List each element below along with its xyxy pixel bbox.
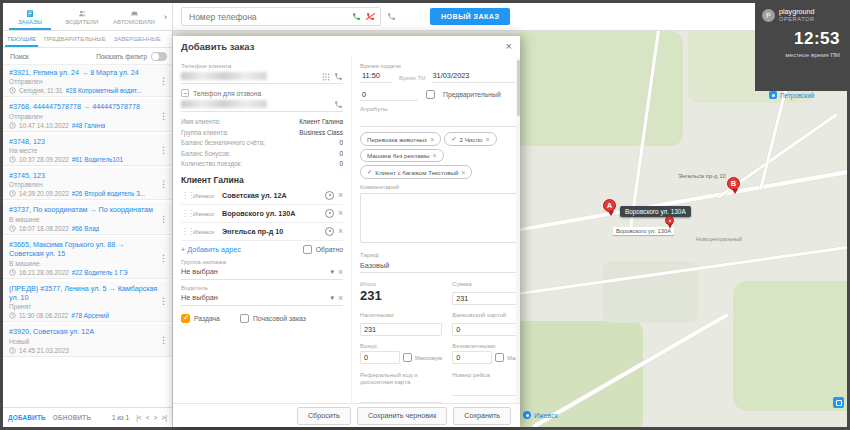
- first-page-icon[interactable]: |<: [136, 414, 142, 421]
- new-order-button[interactable]: НОВЫЙ ЗАКАЗ: [430, 8, 510, 25]
- remove-address-icon[interactable]: ×: [338, 209, 343, 218]
- order-driver-link[interactable]: #61 Водитель101: [72, 156, 123, 163]
- call-icon[interactable]: [352, 12, 361, 21]
- order-title[interactable]: (ПРЕДВ) #3577, Ленина ул. 5 → Камбарская…: [9, 284, 160, 303]
- order-title[interactable]: #3665, Максима Горького ул. 88 → Советск…: [9, 240, 160, 259]
- filter-toggle-switch[interactable]: [151, 52, 167, 61]
- call-client-icon[interactable]: [334, 72, 343, 81]
- save-button[interactable]: Сохранить: [453, 407, 511, 425]
- operator-avatar[interactable]: P: [762, 9, 775, 22]
- kebab-menu-icon[interactable]: ⋮: [157, 335, 170, 345]
- kebab-menu-icon[interactable]: ⋮: [157, 214, 170, 224]
- collapse-icon[interactable]: −: [181, 89, 189, 97]
- tab-orders[interactable]: ЗАКАЗЫ: [4, 3, 56, 30]
- drag-handle-icon[interactable]: ⋮⋮: [181, 227, 189, 236]
- tariff-select[interactable]: Базовый ▾ ×: [360, 258, 520, 273]
- phone-number-input[interactable]: [187, 11, 347, 23]
- kebab-menu-icon[interactable]: ⋮: [157, 76, 170, 86]
- referral-input[interactable]: [360, 392, 442, 403]
- clear-icon[interactable]: ×: [338, 294, 343, 303]
- card-input[interactable]: [452, 323, 520, 336]
- order-driver-link[interactable]: #28 Копрометный водит...: [66, 87, 142, 94]
- address-row[interactable]: ⋮⋮ Ижевск Энгельса пр-д 10 ×: [181, 223, 343, 241]
- callback-phone-field[interactable]: [181, 97, 343, 112]
- preliminary-checkbox[interactable]: [426, 90, 435, 99]
- pick-on-map-icon[interactable]: [325, 227, 334, 236]
- address-street[interactable]: Советская ул. 12А: [222, 191, 321, 200]
- next-page-icon[interactable]: >: [154, 414, 158, 421]
- filter-toggle-label[interactable]: Показать фильтр: [96, 53, 147, 60]
- kebab-menu-icon[interactable]: ⋮: [157, 253, 170, 263]
- map-marker-a[interactable]: A: [603, 199, 616, 212]
- order-driver-link[interactable]: #66 Влад: [72, 225, 100, 232]
- subtab-preliminary[interactable]: ПРЕДВАРИТЕЛЬНЫЕ: [40, 31, 110, 47]
- distribution-checkbox[interactable]: [181, 314, 190, 323]
- map-marker-b[interactable]: B: [727, 177, 740, 190]
- tab-cars[interactable]: АВТОМОБИЛИ: [108, 3, 160, 30]
- chevron-down-icon[interactable]: ▾: [331, 294, 335, 302]
- phone-settings-icon[interactable]: [387, 12, 396, 21]
- order-driver-link[interactable]: #26 Второй водитель 3...: [72, 190, 145, 197]
- map-poi-city[interactable]: Ижевск: [523, 411, 558, 419]
- call-callback-icon[interactable]: [334, 100, 343, 109]
- crew-group-select[interactable]: Не выбран ▾ ×: [181, 265, 343, 280]
- save-draft-button[interactable]: Сохранить черновик: [357, 407, 447, 425]
- order-card[interactable]: #3665, Максима Горького ул. 88 → Советск…: [3, 237, 172, 281]
- subtab-completed[interactable]: ЗАВЕРШЕННЫЕ: [110, 31, 165, 47]
- order-title[interactable]: #3745, 123: [9, 171, 160, 180]
- order-card[interactable]: #3768, 444447578778 → 444447578778 Отпра…: [3, 99, 172, 133]
- flight-number-input[interactable]: [452, 385, 520, 396]
- decline-call-icon[interactable]: [366, 12, 375, 21]
- attribute-chip[interactable]: Машина без рекламы×: [360, 149, 444, 162]
- reset-button[interactable]: Сбросить: [297, 407, 351, 425]
- refresh-button[interactable]: ОБНОВИТЬ: [53, 414, 91, 421]
- order-driver-link[interactable]: #22 Водитель 1 ГЭ: [72, 269, 128, 276]
- client-phone-field[interactable]: [181, 69, 343, 84]
- attributes-select[interactable]: ▾: [360, 112, 520, 127]
- subtab-current[interactable]: ТЕКУЩИЕ: [3, 31, 40, 47]
- search-input[interactable]: [8, 52, 50, 61]
- order-title[interactable]: #3768, 444447578778 → 444447578778: [9, 102, 160, 111]
- cash-input[interactable]: [360, 323, 442, 336]
- kebab-menu-icon[interactable]: ⋮: [157, 111, 170, 121]
- remove-chip-icon[interactable]: ×: [486, 136, 490, 143]
- order-card[interactable]: #3921, Репина ул. 24 → 8 Марта ул. 24 От…: [3, 65, 172, 99]
- drag-handle-icon[interactable]: ⋮⋮: [181, 209, 189, 218]
- offset-input[interactable]: [360, 88, 418, 101]
- return-checkbox[interactable]: [303, 245, 312, 254]
- prev-page-icon[interactable]: <: [146, 414, 150, 421]
- address-street[interactable]: Энгельса пр-д 10: [222, 227, 321, 236]
- order-title[interactable]: #3920, Советская ул. 12А: [9, 327, 160, 336]
- order-driver-link[interactable]: #78 Арсений: [71, 312, 109, 319]
- order-card[interactable]: #3748, 123 На месте 10:37 28.09.2022 #61…: [3, 134, 172, 168]
- comment-textarea[interactable]: [360, 193, 520, 243]
- hourly-checkbox[interactable]: [240, 314, 249, 323]
- address-street[interactable]: Воровского ул. 130А: [222, 209, 321, 218]
- tab-drivers[interactable]: ВОДИТЕЛИ: [56, 3, 108, 30]
- tabs-more-chevron-icon[interactable]: ›: [160, 3, 171, 30]
- last-page-icon[interactable]: >|: [161, 414, 167, 421]
- order-card[interactable]: #3920, Советская ул. 12А Новый 14:45 21.…: [3, 324, 172, 358]
- callback-phone-section-toggle[interactable]: − Телефон для отзвона: [181, 89, 343, 97]
- order-title[interactable]: #3748, 123: [9, 137, 160, 146]
- keypad-icon[interactable]: [322, 67, 330, 85]
- map-layers-button[interactable]: [833, 397, 844, 408]
- sum-input[interactable]: [452, 292, 520, 305]
- address-row[interactable]: ⋮⋮ Ижевск Воровского ул. 130А ×: [181, 205, 343, 223]
- map-pin-icon[interactable]: [665, 216, 674, 225]
- supply-time-input[interactable]: [360, 69, 392, 83]
- kebab-menu-icon[interactable]: ⋮: [157, 296, 170, 306]
- dialog-close-icon[interactable]: ×: [506, 41, 512, 52]
- add-address-link[interactable]: + Добавить адрес: [181, 245, 241, 254]
- order-card[interactable]: #3745, 123 Отправлен 14:39 20.09.2022 #2…: [3, 168, 172, 202]
- kebab-menu-icon[interactable]: ⋮: [157, 179, 170, 189]
- dialog-scrollbar[interactable]: [516, 57, 520, 403]
- bonus-max-checkbox[interactable]: [403, 353, 412, 362]
- add-order-button[interactable]: ДОБАВИТЬ: [8, 414, 46, 421]
- map-poi-petrovsky[interactable]: Петровский: [769, 91, 814, 99]
- remove-chip-icon[interactable]: ×: [432, 152, 436, 159]
- chevron-down-icon[interactable]: ▾: [331, 268, 335, 276]
- remove-address-icon[interactable]: ×: [338, 227, 343, 236]
- pick-on-map-icon[interactable]: [325, 191, 334, 200]
- remove-address-icon[interactable]: ×: [338, 191, 343, 200]
